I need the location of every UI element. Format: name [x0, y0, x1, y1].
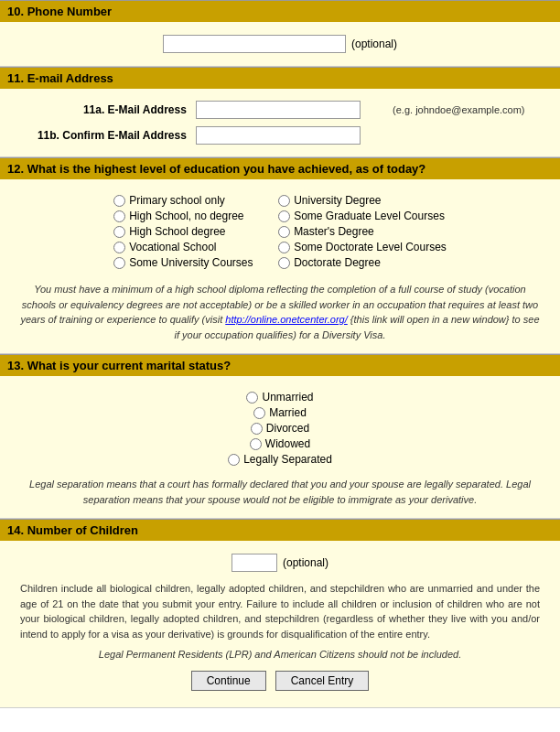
education-header: 12. What is the highest level of educati… — [0, 157, 560, 179]
edu-option-5: Some University Courses — [113, 256, 278, 269]
phone-optional-label: (optional) — [351, 38, 397, 50]
section-email: 11. E-mail Address 11a. E-Mail Address (… — [0, 67, 560, 157]
marital-label-married: Married — [269, 406, 307, 419]
edu-option-7: Some Graduate Level Courses — [278, 210, 447, 222]
edu-radio-university-degree[interactable] — [278, 195, 290, 207]
email-a-label: 11a. E-Mail Address — [13, 98, 190, 122]
section-children: 14. Number of Children (optional) Childr… — [0, 519, 560, 708]
edu-option-6: University Degree — [278, 194, 447, 207]
marital-options: Unmarried Married Divorced Widowed Legal… — [11, 383, 549, 473]
edu-option-9: Some Doctorate Level Courses — [278, 241, 447, 253]
edu-label-university-degree: University Degree — [294, 194, 381, 207]
edu-option-2: High School, no degree — [113, 210, 278, 222]
education-note: You must have a minimum of a high school… — [11, 276, 549, 346]
phone-header: 10. Phone Number — [0, 0, 560, 22]
edu-radio-some-doctorate[interactable] — [278, 242, 290, 253]
section-phone: 10. Phone Number (optional) — [0, 0, 560, 67]
marital-label-legally-separated: Legally Separated — [243, 453, 332, 466]
marital-radio-unmarried[interactable] — [246, 392, 258, 404]
marital-label-divorced: Divorced — [266, 422, 309, 435]
edu-radio-primary[interactable] — [113, 195, 125, 207]
marital-option-divorced: Divorced — [251, 422, 309, 435]
button-row: Continue Cancel Entry — [11, 663, 549, 700]
edu-radio-some-graduate[interactable] — [278, 210, 290, 222]
edu-option-1: Primary school only — [113, 194, 278, 207]
education-col2: University Degree Some Graduate Level Co… — [278, 194, 447, 269]
section-education: 12. What is the highest level of educati… — [0, 157, 560, 354]
email-b-input[interactable] — [196, 126, 361, 145]
edu-label-some-graduate: Some Graduate Level Courses — [294, 210, 445, 222]
marital-option-unmarried: Unmarried — [246, 391, 313, 404]
edu-label-some-doctorate: Some Doctorate Level Courses — [294, 241, 447, 253]
marital-note: Legal separation means that a court has … — [11, 473, 549, 511]
edu-radio-doctorate[interactable] — [278, 257, 290, 269]
marital-radio-married[interactable] — [253, 407, 265, 419]
edu-radio-masters[interactable] — [278, 226, 290, 238]
edu-radio-vocational[interactable] — [113, 242, 125, 253]
marital-option-widowed: Widowed — [250, 437, 310, 450]
edu-radio-some-university[interactable] — [113, 257, 125, 269]
edu-label-hs-no-degree: High School, no degree — [129, 210, 243, 222]
edu-radio-hs-no-degree[interactable] — [113, 210, 125, 222]
marital-radio-divorced[interactable] — [251, 423, 263, 435]
education-options: Primary school only High School, no degr… — [11, 187, 549, 276]
email-hint: (e.g. johndoe@example.com) — [389, 98, 547, 122]
email-header: 11. E-mail Address — [0, 67, 560, 89]
lpr-note-text: Legal Permanent Residents (LPR) and Amer… — [99, 649, 461, 660]
children-input[interactable] — [232, 554, 277, 572]
lpr-note: Legal Permanent Residents (LPR) and Amer… — [11, 645, 549, 663]
email-table: 11a. E-Mail Address (e.g. johndoe@exampl… — [11, 96, 549, 149]
email-row-a: 11a. E-Mail Address (e.g. johndoe@exampl… — [13, 98, 547, 122]
edu-label-doctorate: Doctorate Degree — [294, 256, 381, 269]
edu-option-10: Doctorate Degree — [278, 256, 447, 269]
marital-option-legally-separated: Legally Separated — [228, 453, 332, 466]
email-row-b: 11b. Confirm E-Mail Address — [13, 124, 547, 147]
edu-radio-hs-degree[interactable] — [113, 226, 125, 238]
education-col1: Primary school only High School, no degr… — [113, 194, 278, 269]
edu-label-vocational: Vocational School — [129, 241, 216, 253]
edu-label-primary: Primary school only — [129, 194, 225, 207]
children-optional-label: (optional) — [283, 556, 328, 569]
section-marital: 13. What is your current marital status?… — [0, 354, 560, 519]
cancel-button[interactable]: Cancel Entry — [275, 671, 370, 691]
edu-option-3: High School degree — [113, 225, 278, 238]
marital-header: 13. What is your current marital status? — [0, 354, 560, 376]
phone-input[interactable] — [163, 35, 346, 53]
children-note: Children include all biological children… — [11, 577, 549, 645]
marital-label-unmarried: Unmarried — [262, 391, 313, 404]
edu-option-8: Master's Degree — [278, 225, 447, 238]
marital-option-married: Married — [253, 406, 307, 419]
children-header: 14. Number of Children — [0, 519, 560, 541]
onetcenter-link[interactable]: http://online.onetcenter.org/ — [225, 314, 348, 325]
email-a-input[interactable] — [196, 101, 361, 119]
marital-label-widowed: Widowed — [265, 437, 310, 450]
edu-label-some-university: Some University Courses — [129, 256, 253, 269]
continue-button[interactable]: Continue — [191, 671, 266, 691]
children-input-row: (optional) — [11, 548, 549, 577]
marital-radio-legally-separated[interactable] — [228, 454, 240, 466]
marital-radio-widowed[interactable] — [250, 438, 262, 450]
email-b-label: 11b. Confirm E-Mail Address — [13, 124, 190, 147]
edu-option-4: Vocational School — [113, 241, 278, 253]
edu-label-hs-degree: High School degree — [129, 225, 225, 238]
edu-label-masters: Master's Degree — [294, 225, 374, 238]
